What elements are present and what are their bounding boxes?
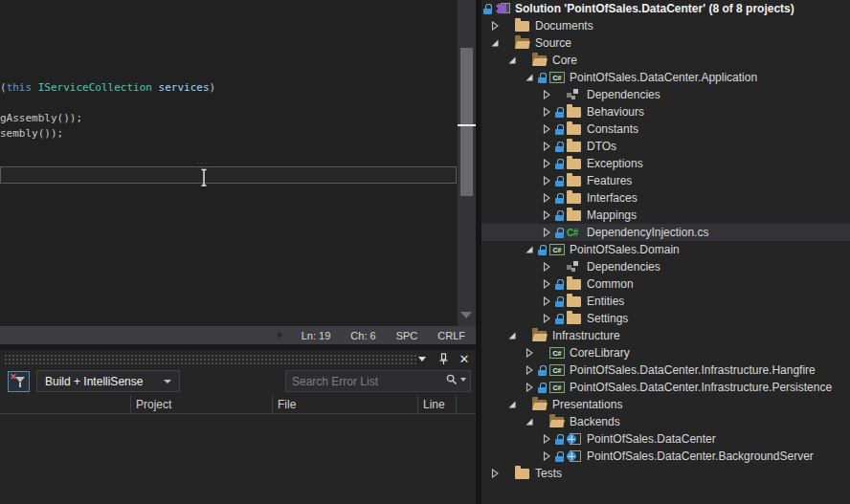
- search-options-caret-icon[interactable]: [460, 378, 466, 382]
- chevron-expanded-icon: [491, 38, 500, 48]
- code-text[interactable]: (this IServiceCollection services) gAsse…: [0, 80, 215, 142]
- expand-chevron[interactable]: [543, 296, 555, 306]
- collapse-chevron[interactable]: [508, 331, 521, 340]
- tree-item-entities[interactable]: Entities: [481, 293, 850, 310]
- scrollbar-caret-marker: [458, 124, 476, 126]
- expand-chevron[interactable]: [543, 451, 555, 461]
- scrollbar-thumb[interactable]: [460, 48, 473, 196]
- chevron-down-icon: [418, 357, 426, 362]
- tree-item-features[interactable]: Features: [481, 172, 850, 189]
- tree-item-mappings[interactable]: Mappings: [481, 207, 850, 224]
- tree-item-dependencies[interactable]: Dependencies: [481, 258, 850, 275]
- folder-open-icon: [549, 417, 564, 427]
- error-list-content[interactable]: [0, 415, 476, 504]
- column-header-project[interactable]: Project: [131, 395, 273, 414]
- tree-item-pointofsales-domain[interactable]: C#PointOfSales.Domain: [481, 241, 850, 258]
- tree-item-label: Dependencies: [587, 260, 660, 274]
- expand-chevron[interactable]: [543, 159, 555, 168]
- collapse-chevron[interactable]: [526, 417, 538, 427]
- lock-icon: [538, 73, 547, 83]
- tree-item-label: Constants: [587, 122, 638, 136]
- expand-chevron[interactable]: [543, 279, 555, 289]
- tree-item-source[interactable]: Source: [481, 34, 850, 52]
- search-icon[interactable]: [446, 374, 458, 385]
- tree-item-corelibrary[interactable]: C#CoreLibrary: [481, 344, 850, 362]
- column-header-line[interactable]: Line: [418, 395, 457, 414]
- collapse-chevron[interactable]: [491, 38, 503, 48]
- tree-item-label: Features: [587, 174, 632, 187]
- folder-icon: [567, 296, 581, 307]
- tree-item-settings[interactable]: Settings: [481, 310, 850, 327]
- folder-icon: [567, 159, 581, 169]
- expand-chevron[interactable]: [526, 348, 538, 358]
- tree-item-pointofsales-datacenter-application[interactable]: C#PointOfSales.DataCenter.Application: [481, 69, 850, 86]
- tree-item-dtos[interactable]: DTOs: [481, 138, 850, 155]
- tree-item-backends[interactable]: Backends: [481, 413, 850, 430]
- expand-chevron[interactable]: [543, 142, 555, 151]
- expand-chevron[interactable]: [526, 365, 538, 375]
- status-char-number[interactable]: Ch: 6: [350, 330, 375, 341]
- expand-chevron[interactable]: [543, 124, 555, 134]
- editor-vertical-scrollbar[interactable]: [458, 0, 476, 326]
- chevron-right-icon: [543, 296, 551, 306]
- expand-chevron[interactable]: [543, 90, 555, 99]
- collapse-chevron[interactable]: [526, 245, 538, 254]
- folder-icon: [515, 21, 529, 32]
- lock-icon: [555, 314, 564, 324]
- panel-drag-grip[interactable]: [4, 354, 417, 365]
- expand-chevron[interactable]: [543, 228, 555, 237]
- close-icon: ✕: [459, 353, 470, 365]
- tree-item-documents[interactable]: Documents: [481, 17, 850, 34]
- collapse-chevron[interactable]: [508, 400, 521, 409]
- tree-item-label: Behaviours: [587, 105, 644, 119]
- error-source-dropdown[interactable]: Build + IntelliSense: [36, 370, 180, 392]
- filter-toggle-button[interactable]: ✕: [8, 371, 30, 392]
- window-position-button[interactable]: [414, 352, 430, 366]
- column-header-file[interactable]: File: [273, 395, 418, 414]
- tree-item-pointofsales-datacenter-infrastructure-hangfire[interactable]: C#PointOfSales.DataCenter.Infrastructure…: [481, 362, 850, 379]
- expand-chevron[interactable]: [543, 210, 555, 220]
- tree-item-common[interactable]: Common: [481, 275, 850, 293]
- chevron-expanded-icon: [508, 331, 517, 340]
- tree-item-presentations[interactable]: Presentations: [481, 396, 850, 413]
- close-button[interactable]: ✕: [457, 352, 472, 366]
- expand-chevron[interactable]: [543, 193, 555, 203]
- code-editor[interactable]: (this IServiceCollection services) gAsse…: [0, 0, 476, 326]
- expand-chevron[interactable]: [491, 21, 503, 31]
- folder-icon: [567, 279, 581, 290]
- tree-item-core[interactable]: Core: [481, 52, 850, 69]
- tree-item-solution-pointofsales-datacenter-8-of-8-projects[interactable]: Solution 'PointOfSales.DataCenter' (8 of…: [481, 0, 850, 17]
- tree-item-label: Backends: [570, 415, 620, 428]
- tree-item-interfaces[interactable]: Interfaces: [481, 189, 850, 207]
- expand-chevron[interactable]: [491, 469, 503, 478]
- tree-item-pointofsales-datacenter-infrastructure-persistence[interactable]: C#PointOfSales.DataCenter.Infrastructure…: [481, 379, 850, 396]
- expand-chevron[interactable]: [543, 262, 555, 272]
- status-line-ending[interactable]: CRLF: [437, 330, 465, 341]
- expand-chevron[interactable]: [543, 176, 555, 186]
- pin-button[interactable]: [436, 352, 451, 366]
- tree-item-dependencies[interactable]: Dependencies: [481, 86, 850, 103]
- tree-item-behaviours[interactable]: Behaviours: [481, 103, 850, 121]
- tree-item-dependencyinjection-cs[interactable]: C#DependencyInjection.cs: [481, 224, 850, 241]
- tree-item-tests[interactable]: Tests: [481, 465, 850, 482]
- tree-item-label: Presentations: [552, 398, 622, 411]
- collapse-chevron[interactable]: [526, 73, 538, 82]
- collapse-chevron[interactable]: [508, 55, 521, 65]
- tree-item-pointofsales-datacenter-backgroundserver[interactable]: PointOfSales.DataCenter.BackgroundServer: [481, 448, 850, 465]
- tree-item-exceptions[interactable]: Exceptions: [481, 155, 850, 172]
- hscroll-right-arrow-icon[interactable]: [278, 331, 283, 339]
- scrollbar-down-arrow-icon[interactable]: [460, 312, 472, 318]
- expand-chevron[interactable]: [543, 434, 555, 444]
- tree-item-pointofsales-datacenter[interactable]: PointOfSales.DataCenter: [481, 430, 850, 448]
- search-input[interactable]: [286, 371, 439, 391]
- tree-item-constants[interactable]: Constants: [481, 121, 850, 138]
- expand-chevron[interactable]: [543, 107, 555, 117]
- tree-item-infrastructure[interactable]: Infrastructure: [481, 327, 850, 344]
- expand-chevron[interactable]: [543, 314, 555, 323]
- chevron-right-icon: [543, 314, 551, 323]
- status-line-number[interactable]: Ln: 19: [302, 330, 331, 341]
- collapsed-region-box[interactable]: [0, 166, 457, 184]
- expand-chevron[interactable]: [526, 383, 538, 392]
- status-insert-mode[interactable]: SPC: [396, 330, 418, 341]
- chevron-expanded-icon: [508, 55, 517, 65]
